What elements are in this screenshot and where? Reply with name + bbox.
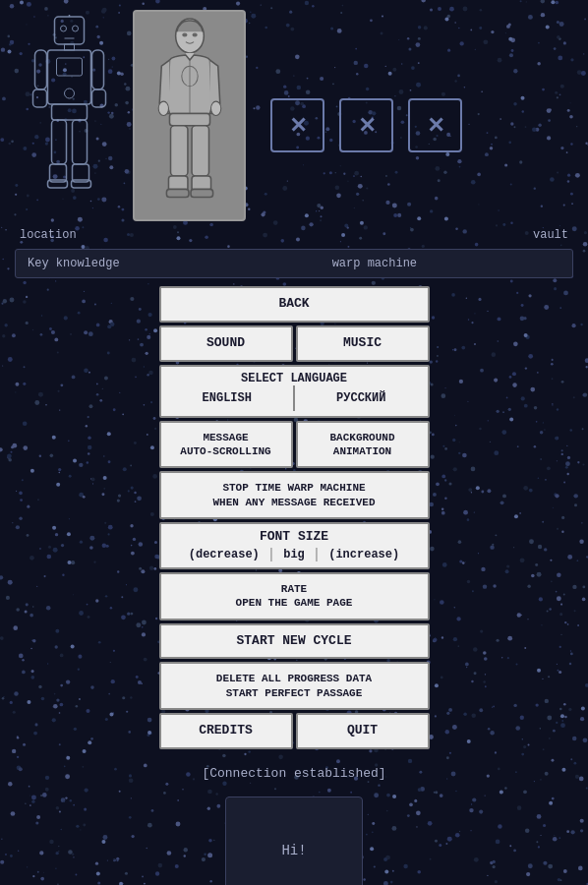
select-language-label: SELECT LANGUAGE <box>161 372 428 385</box>
character-center <box>133 10 246 221</box>
message-box-text: Hi! <box>281 843 306 858</box>
knowledge-text: Key knowledge warp machine <box>28 257 417 270</box>
credits-quit-row: CREDITS QUIT <box>159 713 430 749</box>
svg-rect-6 <box>64 44 74 50</box>
svg-point-2 <box>72 26 78 31</box>
knowledge-bar: Key knowledge warp machine <box>15 249 573 278</box>
svg-rect-13 <box>91 89 105 107</box>
delete-progress-button[interactable]: DELETE ALL PROGRESS DATASTART PERFECT PA… <box>159 662 430 710</box>
font-divider-1: | <box>267 547 275 562</box>
font-big-button[interactable]: big <box>275 548 313 561</box>
lang-russian-button[interactable]: Русский <box>295 385 428 411</box>
font-size-label: FONT SIZE <box>161 524 428 544</box>
start-new-cycle-button[interactable]: START NEW CYCLE <box>159 623 430 660</box>
info-bar: location vault <box>0 226 588 244</box>
background-animation-button[interactable]: BACKGROUNDANIMATION <box>296 421 430 469</box>
sound-button[interactable]: SOUND <box>159 325 293 362</box>
slot-buttons: ✕ ✕ ✕ <box>270 98 462 152</box>
svg-rect-10 <box>34 50 46 89</box>
character-left <box>20 10 118 216</box>
font-increase-button[interactable]: (increase) <box>321 548 407 561</box>
menu-panel: BACK SOUND MUSIC SELECT LANGUAGE English… <box>159 286 430 752</box>
svg-point-9 <box>64 88 74 98</box>
stop-time-warp-button[interactable]: STOP TIME WARP MACHINEWHEN ANY MESSAGE R… <box>159 471 430 519</box>
svg-rect-14 <box>51 104 87 120</box>
svg-point-1 <box>60 26 66 31</box>
svg-rect-35 <box>191 189 213 197</box>
sound-music-row: SOUND MUSIC <box>159 325 430 362</box>
svg-rect-33 <box>192 125 208 175</box>
svg-rect-8 <box>56 58 82 76</box>
status-message: [Connection established] <box>0 760 588 787</box>
font-size-row: FONT SIZE (decrease) | big | (increase) <box>159 522 430 569</box>
back-button[interactable]: BACK <box>159 286 430 323</box>
svg-rect-12 <box>91 50 103 89</box>
slot-btn-2[interactable]: ✕ <box>339 98 393 152</box>
rate-open-game-button[interactable]: RATEOPEN THE GAME PAGE <box>159 572 430 620</box>
credits-button[interactable]: CREDITS <box>159 713 293 749</box>
svg-point-27 <box>158 101 168 115</box>
svg-rect-0 <box>54 17 84 44</box>
message-autoscrolling-button[interactable]: MESSAGEAUTO-SCROLLING <box>159 421 293 469</box>
svg-rect-30 <box>170 125 187 175</box>
font-decrease-button[interactable]: (decrease) <box>181 548 267 561</box>
language-row: SELECT LANGUAGE English Русский <box>159 365 430 418</box>
slot-btn-3[interactable]: ✕ <box>408 98 462 152</box>
svg-rect-15 <box>51 120 66 164</box>
svg-rect-18 <box>72 120 87 164</box>
svg-point-28 <box>210 101 220 115</box>
music-button[interactable]: MUSIC <box>296 325 430 362</box>
message-bg-row: MESSAGEAUTO-SCROLLING BACKGROUNDANIMATIO… <box>159 421 430 469</box>
font-divider-2: | <box>313 547 321 562</box>
vault-label: vault <box>533 228 568 242</box>
svg-rect-29 <box>169 113 209 125</box>
svg-rect-32 <box>166 189 189 197</box>
svg-point-23 <box>192 32 197 36</box>
location-label: location <box>20 228 77 242</box>
svg-point-22 <box>182 32 187 36</box>
svg-rect-11 <box>32 89 46 107</box>
slot-btn-1[interactable]: ✕ <box>270 98 324 152</box>
font-size-options: (decrease) | big | (increase) <box>161 544 428 567</box>
lang-english-button[interactable]: English <box>161 385 294 411</box>
message-box: Hi! <box>225 796 363 885</box>
quit-button[interactable]: QUIT <box>296 713 430 749</box>
